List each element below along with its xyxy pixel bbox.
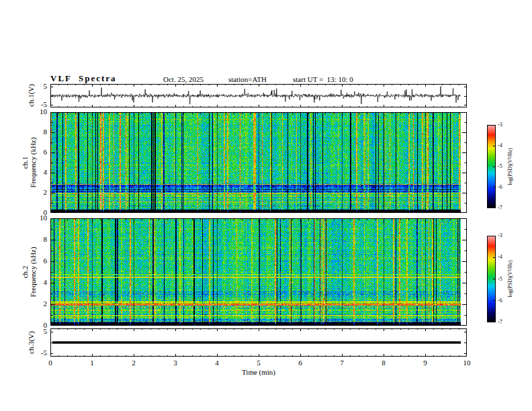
ch1-voltage-axis-label: ch.1(V) bbox=[27, 84, 35, 107]
frequency-tick-label: 10 bbox=[35, 214, 47, 222]
colorbar-tick-label: -6 bbox=[498, 298, 502, 304]
voltage-tick-label: -5 bbox=[35, 100, 47, 108]
ch1-colorbar bbox=[487, 125, 496, 208]
frequency-tick-label: 4 bbox=[35, 278, 47, 286]
colorbar-tick-label: -7 bbox=[498, 205, 502, 211]
colorbar-tick-label: -4 bbox=[498, 254, 502, 260]
ch1-spectrogram bbox=[50, 112, 467, 213]
ch2-axis-label-line1: ch.2 bbox=[21, 247, 29, 298]
ch2-axis-label-line2: Frequency (kHz) bbox=[29, 247, 37, 298]
ch1-colorbar-label: log(PSD)(V²/Hz) bbox=[507, 148, 513, 185]
x-axis-title: Time (min) bbox=[242, 368, 275, 376]
ch2-colorbar bbox=[487, 236, 496, 322]
x-tick-label: 3 bbox=[173, 359, 177, 367]
voltage-tick-label: 5 bbox=[35, 327, 47, 335]
ch1-axis-label-line1: ch.1 bbox=[21, 138, 29, 188]
ch1-axis-label-line2: Frequency (kHz) bbox=[29, 138, 37, 188]
ch2-frequency-axis-label: ch.2 Frequency (kHz) bbox=[21, 247, 37, 298]
colorbar-tick-label: -4 bbox=[498, 142, 502, 148]
colorbar-tick-label: -3 bbox=[498, 122, 502, 128]
figure-date: Oct. 25, 2025 bbox=[163, 75, 204, 83]
figure-title: VLF Spectra bbox=[50, 73, 117, 84]
voltage-tick-label: -5 bbox=[35, 349, 47, 357]
frequency-tick-label: 8 bbox=[35, 235, 47, 243]
frequency-tick-label: 8 bbox=[35, 128, 47, 136]
x-tick-label: 7 bbox=[340, 359, 344, 367]
frequency-tick-label: 6 bbox=[35, 148, 47, 156]
x-tick-label: 10 bbox=[463, 359, 471, 367]
x-tick-label: 6 bbox=[298, 359, 302, 367]
colorbar-tick-label: -6 bbox=[498, 184, 502, 190]
frequency-tick-label: 2 bbox=[35, 300, 47, 308]
colorbar-tick-label: -5 bbox=[498, 163, 502, 169]
figure-start-ut: start UT = 13: 10: 0 bbox=[293, 75, 353, 83]
frequency-tick-label: 2 bbox=[35, 188, 47, 196]
x-tick-label: 9 bbox=[423, 359, 427, 367]
x-tick-label: 2 bbox=[132, 359, 136, 367]
frequency-tick-label: 10 bbox=[35, 107, 47, 116]
ch1-frequency-axis-label: ch.1 Frequency (kHz) bbox=[21, 138, 37, 188]
frequency-tick-label: 4 bbox=[35, 168, 47, 176]
figure-station: station=ATH bbox=[228, 75, 267, 83]
ch2-colorbar-label: log(PSD)(V²/Hz) bbox=[507, 260, 513, 297]
colorbar-tick-label: -5 bbox=[498, 276, 502, 282]
colorbar-tick-label: -7 bbox=[498, 319, 502, 325]
x-tick-label: 8 bbox=[382, 359, 386, 367]
x-tick-label: 4 bbox=[215, 359, 219, 367]
voltage-tick-label: 5 bbox=[35, 82, 47, 90]
frequency-tick-label: 6 bbox=[35, 257, 47, 265]
ch3-waveform-plot bbox=[50, 328, 467, 357]
x-tick-label: 1 bbox=[90, 359, 94, 367]
x-tick-label: 5 bbox=[257, 359, 261, 367]
ch3-voltage-axis-label: ch.3(V) bbox=[27, 331, 35, 354]
x-tick-label: 0 bbox=[48, 359, 52, 367]
vlf-spectra-figure: VLF Spectra Oct. 25, 2025 station=ATH st… bbox=[0, 0, 532, 411]
ch2-spectrogram bbox=[50, 218, 467, 326]
colorbar-tick-label: -3 bbox=[498, 232, 502, 238]
ch1-waveform-plot bbox=[50, 84, 467, 107]
